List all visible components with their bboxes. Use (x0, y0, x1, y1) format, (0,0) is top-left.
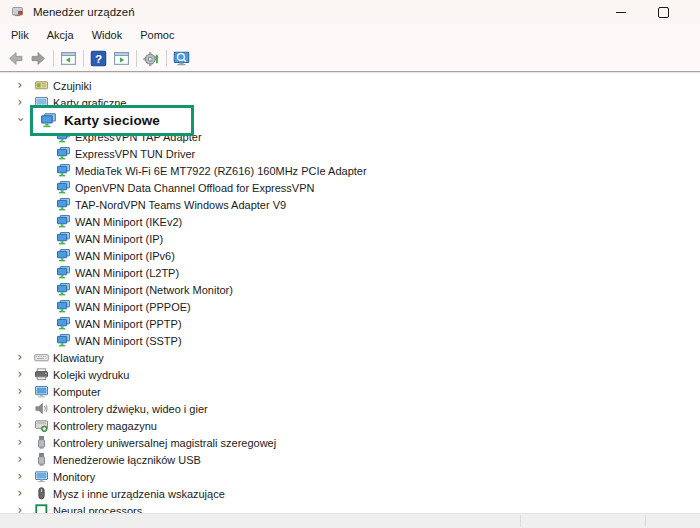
tree-item-label: Kolejki wydruku (53, 368, 129, 381)
tree-item-wan-miniport-ipv6[interactable]: WAN Miniport (IPv6) (0, 247, 700, 264)
tree-item-wan-miniport-ikev2[interactable]: WAN Miniport (IKEv2) (0, 213, 700, 230)
maximize-button[interactable] (642, 0, 684, 24)
network-adapter-icon (56, 163, 71, 178)
tree-item-wan-miniport-ip[interactable]: WAN Miniport (IP) (0, 230, 700, 247)
network-adapter-icon (56, 248, 71, 263)
tree-item-label: WAN Miniport (PPPOE) (75, 300, 191, 313)
tree-item-mysz-i-inne-urządzenia-wskazujące[interactable]: ›Mysz i inne urządzenia wskazujące (0, 485, 700, 502)
network-adapter-icon (56, 265, 71, 280)
tree-item-label: WAN Miniport (L2TP) (75, 266, 179, 279)
tree-item-wan-miniport-pptp[interactable]: WAN Miniport (PPTP) (0, 315, 700, 332)
monitor-icon (34, 469, 49, 484)
tree-item-kontrolery-uniwersalnej-magistrali-szeregowej[interactable]: ›Kontrolery uniwersalnej magistrali szer… (0, 434, 700, 451)
tree-item-czujniki[interactable]: ›Czujniki (0, 77, 700, 94)
tree-item-label: ExpressVPN TUN Driver (75, 147, 195, 160)
caption-buttons (600, 0, 684, 24)
tree-item-neural-processors[interactable]: ›Neural processors (0, 502, 700, 513)
chevron-collapsed-icon[interactable]: › (14, 349, 26, 366)
console-tree-icon (60, 50, 77, 67)
menu-item-akcja[interactable]: Akcja (38, 26, 83, 44)
tree-item-label: Monitory (53, 470, 95, 483)
printer-icon (34, 367, 49, 382)
menu-item-plik[interactable]: Plik (2, 26, 38, 44)
tree-item-label: Mysz i inne urządzenia wskazujące (53, 487, 225, 500)
tree-item-kolejki-wydruku[interactable]: ›Kolejki wydruku (0, 366, 700, 383)
usb-icon (34, 435, 49, 450)
toolbar-separator (83, 50, 84, 67)
back-button[interactable] (4, 48, 27, 69)
chevron-collapsed-icon[interactable]: › (14, 417, 26, 434)
tree-item-expressvpn-tun-driver[interactable]: ExpressVPN TUN Driver (0, 145, 700, 162)
chevron-collapsed-icon[interactable]: › (14, 485, 26, 502)
toolbar-separator (53, 50, 54, 67)
tree-item-kontrolery-dźwięku-wideo-i-gier[interactable]: ›Kontrolery dźwięku, wideo i gier (0, 400, 700, 417)
network-adapter-icon (56, 333, 71, 348)
annotation-label: Karty sieciowe (64, 113, 160, 128)
chevron-expanded-icon[interactable]: › (12, 114, 29, 126)
chevron-collapsed-icon[interactable]: › (14, 77, 26, 94)
tree-item-klawiatury[interactable]: ›Klawiatury (0, 349, 700, 366)
tree-item-mediatek-wi-fi-6e-mt7922-rz616-160mhz-pcie-adapter[interactable]: MediaTek Wi-Fi 6E MT7922 (RZ616) 160MHz … (0, 162, 700, 179)
show-console-tree-button[interactable] (57, 48, 80, 69)
update-driver-icon (143, 50, 160, 67)
minimize-button[interactable] (600, 0, 642, 24)
tree-item-kontrolery-magazynu[interactable]: ›Kontrolery magazynu (0, 417, 700, 434)
network-adapter-icon (56, 231, 71, 246)
chevron-collapsed-icon[interactable]: › (14, 383, 26, 400)
menu-item-pomoc[interactable]: Pomoc (131, 26, 183, 44)
tree-item-label: Menedżerowie łączników USB (53, 453, 201, 466)
tree-item-label: WAN Miniport (SSTP) (75, 334, 182, 347)
chevron-collapsed-icon[interactable]: › (14, 502, 26, 513)
computer-icon (34, 384, 49, 399)
back-arrow-icon (7, 50, 24, 67)
chevron-collapsed-icon[interactable]: › (14, 400, 26, 417)
properties-button[interactable] (110, 48, 133, 69)
scan-hardware-changes-button[interactable] (170, 48, 193, 69)
chevron-collapsed-icon[interactable]: › (14, 451, 26, 468)
bottom-bar-divider (645, 515, 646, 527)
annotation-highlight-box: Karty sieciowe (30, 105, 194, 136)
tree-item-wan-miniport-sstp[interactable]: WAN Miniport (SSTP) (0, 332, 700, 349)
minimize-icon (616, 12, 626, 13)
tree-item-label: WAN Miniport (IPv6) (75, 249, 175, 262)
chevron-collapsed-icon[interactable]: › (14, 94, 26, 111)
tree-item-label: Neural processors (53, 504, 142, 513)
chevron-collapsed-icon[interactable]: › (14, 468, 26, 485)
network-adapter-icon (56, 316, 71, 331)
neural-icon (34, 503, 49, 513)
tree-item-label: WAN Miniport (PPTP) (75, 317, 182, 330)
properties-icon (113, 50, 130, 67)
help-button[interactable] (87, 48, 110, 69)
tree-item-label: OpenVPN Data Channel Offload for Express… (75, 181, 314, 194)
help-icon (90, 50, 107, 67)
network-adapter-icon (56, 180, 71, 195)
device-tree: ›Czujniki›Karty graficzne›Karty sieciowe… (0, 77, 700, 513)
tree-item-wan-miniport-pppoe[interactable]: WAN Miniport (PPPOE) (0, 298, 700, 315)
bottom-bar (0, 513, 700, 528)
sensor-icon (34, 78, 49, 93)
maximize-icon (658, 7, 669, 18)
tree-item-tap-nordvpn-teams-windows-adapter-v9[interactable]: TAP-NordVPN Teams Windows Adapter V9 (0, 196, 700, 213)
tree-item-openvpn-data-channel-offload-for-expressvpn[interactable]: OpenVPN Data Channel Offload for Express… (0, 179, 700, 196)
toolbar-separator (136, 50, 137, 67)
menu-item-widok[interactable]: Widok (83, 26, 132, 44)
menu-bar: PlikAkcjaWidokPomoc (0, 24, 700, 46)
forward-arrow-icon (30, 50, 47, 67)
chevron-collapsed-icon[interactable]: › (14, 434, 26, 451)
tree-item-wan-miniport-network-monitor[interactable]: WAN Miniport (Network Monitor) (0, 281, 700, 298)
forward-button[interactable] (27, 48, 50, 69)
mouse-icon (34, 486, 49, 501)
tree-item-label: Kontrolery uniwersalnej magistrali szere… (53, 436, 276, 449)
tree-item-label: Komputer (53, 385, 101, 398)
tree-item-wan-miniport-l2tp[interactable]: WAN Miniport (L2TP) (0, 264, 700, 281)
tree-item-monitory[interactable]: ›Monitory (0, 468, 700, 485)
bottom-bar-divider (520, 515, 521, 527)
tree-item-komputer[interactable]: ›Komputer (0, 383, 700, 400)
chevron-collapsed-icon[interactable]: › (14, 366, 26, 383)
audio-icon (34, 401, 49, 416)
toolbar (0, 46, 700, 72)
tree-item-label: TAP-NordVPN Teams Windows Adapter V9 (75, 198, 286, 211)
tree-item-menedżerowie-łączników-usb[interactable]: ›Menedżerowie łączników USB (0, 451, 700, 468)
update-driver-button[interactable] (140, 48, 163, 69)
usb-icon (34, 452, 49, 467)
